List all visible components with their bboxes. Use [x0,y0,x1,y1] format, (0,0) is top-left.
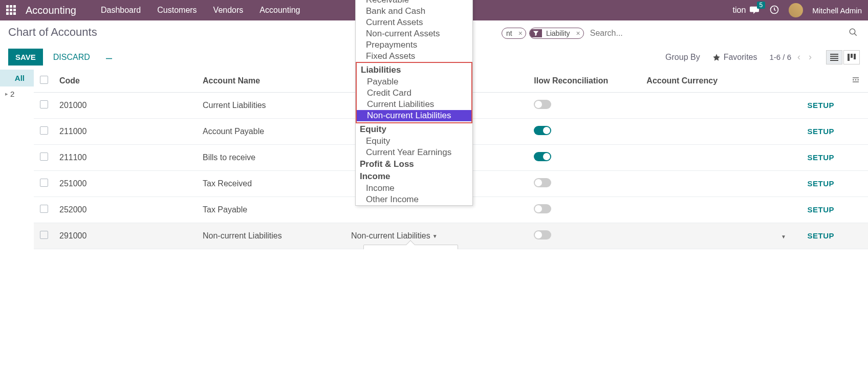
cell-recon[interactable] [529,171,641,197]
dropdown-item[interactable]: Equity [356,136,472,147]
cell-recon[interactable] [529,145,641,171]
setup-button[interactable]: SETUP [807,205,834,214]
filter-tag-2[interactable]: Liability × [529,28,584,39]
column-reconciliation[interactable]: llow Reconciliation [529,70,641,93]
cell-currency [641,93,795,119]
svg-rect-4 [830,56,838,57]
svg-point-10 [853,79,854,81]
pager: 1-6 / 6 ‹ › [769,51,814,63]
dropdown-item[interactable]: Other Income [356,194,472,205]
nav-customers[interactable]: Customers [149,6,205,15]
select-all-checkbox[interactable] [40,76,48,84]
svg-rect-3 [830,54,838,55]
cell-name: Current Liabilities [198,93,346,119]
view-kanban-button[interactable] [843,50,860,64]
cell-currency [641,145,795,171]
dropdown-group-header: Liabilities [357,64,471,76]
filter-tag-2-close[interactable]: × [573,29,583,37]
reconciliation-toggle[interactable] [534,230,551,240]
nav-hidden-partial[interactable]: tion [733,6,749,15]
chat-icon[interactable]: 5 [749,6,760,15]
dropdown-item[interactable]: Non-current Assets [356,28,472,39]
row-checkbox[interactable] [40,179,48,187]
cell-recon[interactable] [529,197,641,223]
sidebar-item-2[interactable]: 2 [0,86,34,101]
cell-currency[interactable]: ▼ [641,223,795,249]
dropdown-item[interactable]: Current Liabilities [357,99,471,110]
user-name[interactable]: Mitchell Admin [812,6,862,15]
dropdown-group-header: Income [356,170,472,183]
chevron-down-icon[interactable]: ▼ [432,233,438,239]
favorites-button[interactable]: Favorites [712,53,757,62]
cell-name: Bills to receive [198,145,346,171]
filter-tag-1[interactable]: nt × [502,28,526,39]
column-code[interactable]: Code [54,70,198,93]
svg-line-2 [854,33,857,36]
cell-code: 252000 [54,197,198,223]
dropdown-item[interactable]: Fixed Assets [356,51,472,62]
setup-button[interactable]: SETUP [807,231,834,240]
nav-dashboard[interactable]: Dashboard [93,6,149,15]
column-currency[interactable]: Account Currency [641,70,795,93]
svg-point-1 [850,29,855,34]
save-button[interactable]: SAVE [8,49,43,66]
activity-clock-icon[interactable] [769,5,779,16]
chevron-down-icon[interactable]: ▼ [781,234,786,240]
setup-button[interactable]: SETUP [807,153,834,162]
search-icon[interactable] [847,26,860,40]
column-settings-icon[interactable] [847,70,868,93]
dropdown-item[interactable]: Credit Card [357,88,471,99]
row-checkbox[interactable] [40,153,48,161]
download-icon[interactable] [100,48,118,67]
setup-button[interactable]: SETUP [807,101,834,110]
row-checkbox[interactable] [40,126,48,135]
reconciliation-toggle[interactable] [534,100,551,109]
dropdown-item[interactable]: Income [356,183,472,194]
cell-name: Account Payable [198,119,346,145]
filter-tag-1-close[interactable]: × [515,29,526,37]
row-checkbox[interactable] [40,205,48,213]
dropdown-item[interactable]: Non-current Liabilities [357,110,471,121]
pager-next[interactable]: › [807,51,814,63]
row-checkbox[interactable] [40,231,48,239]
cell-recon[interactable] [529,93,641,119]
nav-vendors[interactable]: Vendors [205,6,252,15]
dropdown-item[interactable]: Current Assets [356,17,472,28]
cell-code: 211000 [54,119,198,145]
cell-code: 211100 [54,145,198,171]
reconciliation-toggle[interactable] [534,204,551,213]
cell-recon[interactable] [529,119,641,145]
cell-currency [641,171,795,197]
row-checkbox[interactable] [40,100,48,108]
svg-rect-5 [830,58,838,59]
dropdown-item[interactable]: Receivable [356,0,472,6]
apps-grid-icon[interactable] [6,5,16,15]
dropdown-item[interactable]: Current Year Earnings [356,147,472,158]
user-avatar[interactable] [789,3,803,17]
svg-rect-9 [854,54,856,59]
reconciliation-toggle[interactable] [534,178,551,187]
dropdown-item[interactable]: Prepayments [356,39,472,51]
table-container: Code Account Name llow Reconciliation Ac… [34,70,868,249]
column-name[interactable]: Account Name [198,70,346,93]
groupby-label: Group By [665,53,700,62]
cell-recon[interactable] [529,223,641,249]
dropdown-item[interactable]: Bank and Cash [356,6,472,17]
sidebar-all[interactable]: All [0,70,34,86]
view-list-button[interactable] [826,50,842,64]
type-value[interactable]: Non-current Liabilities [351,231,430,241]
reconciliation-toggle[interactable] [534,152,551,161]
discard-button[interactable]: DISCARD [48,49,95,66]
type-dropdown[interactable]: Balance SheetAssetsReceivableBank and Ca… [355,0,473,206]
favorites-label: Favorites [724,53,757,62]
dropdown-item[interactable]: Payable [357,76,471,88]
setup-button[interactable]: SETUP [807,179,834,188]
left-sidebar: All 2 [0,70,34,249]
search-input[interactable] [586,27,844,40]
filter-funnel-icon [530,29,542,37]
setup-button[interactable]: SETUP [807,127,834,136]
nav-accounting[interactable]: Accounting [251,6,308,15]
reconciliation-toggle[interactable] [534,126,551,135]
groupby-button[interactable]: Group By [665,53,700,62]
pager-prev[interactable]: ‹ [795,51,802,63]
